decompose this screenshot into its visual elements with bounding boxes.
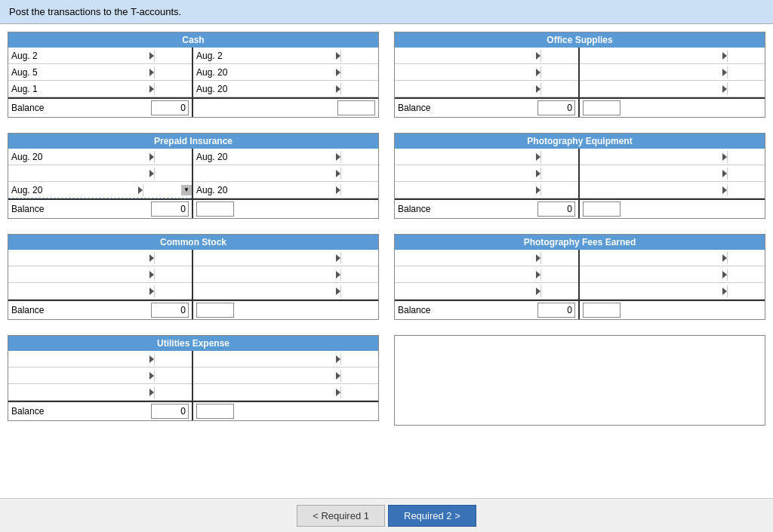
pe-balance-right-input[interactable]: [583, 201, 621, 217]
office-supplies-title: Office Supplies: [395, 32, 765, 48]
os-right-row-2: [580, 64, 765, 81]
os-left-row-1: [395, 48, 578, 64]
required1-label: Required 1: [321, 510, 369, 521]
pi-left-row-1: Aug. 20: [8, 149, 192, 165]
cash-account: Cash Aug. 2 Aug. 5: [8, 32, 379, 125]
cs-balance-right-input[interactable]: [196, 303, 234, 318]
pe-right-input-2[interactable]: [727, 168, 765, 180]
pfe-left-row-1: [395, 250, 578, 266]
pi-right-row-2: [193, 165, 378, 182]
os-balance-input[interactable]: [537, 100, 575, 115]
required1-button[interactable]: < Required 1: [297, 505, 385, 527]
cs-right-row-1: [193, 250, 378, 266]
os-left-input-2[interactable]: [540, 66, 578, 78]
office-supplies-account: Office Supplies: [394, 32, 765, 125]
pe-left-row-2: [395, 165, 578, 182]
pi-left-input-1[interactable]: [154, 151, 192, 163]
pi-left-row-2: [8, 165, 192, 182]
prepaid-insurance-title: Prepaid Insurance: [8, 134, 378, 149]
photography-fees-earned-account: Photography Fees Earned: [394, 234, 765, 328]
os-left-input-1[interactable]: [540, 50, 578, 62]
os-right-input-2[interactable]: [727, 66, 765, 78]
cash-balance-right-input[interactable]: [337, 100, 375, 115]
common-stock-title: Common Stock: [8, 235, 378, 250]
ue-left-input-2[interactable]: [154, 370, 192, 382]
instruction-text: Post the transactions to the T-accounts.: [9, 6, 181, 17]
required2-button[interactable]: Required 2 >: [388, 505, 476, 527]
common-stock-account: Common Stock: [8, 234, 379, 328]
cs-left-input-2[interactable]: [154, 269, 192, 281]
os-left-row-2: [395, 64, 578, 81]
cash-left-label-3: Aug. 1: [8, 82, 148, 96]
os-balance-row: Balance: [395, 97, 765, 117]
pfe-left-input-1[interactable]: [540, 252, 578, 264]
pfe-right-input-2[interactable]: [727, 269, 765, 281]
pi-balance-right-input[interactable]: [196, 201, 234, 217]
pi-left-input-3[interactable]: [143, 184, 180, 196]
pi-left-input-2[interactable]: [154, 168, 192, 180]
ue-right-input-3[interactable]: [340, 386, 378, 398]
ue-balance-label: Balance: [11, 406, 151, 417]
cs-right-input-1[interactable]: [340, 252, 378, 264]
pfe-left-input-2[interactable]: [540, 269, 578, 281]
instruction-bar: Post the transactions to the T-accounts.: [0, 0, 773, 24]
pe-right-row-3: [580, 182, 765, 198]
ue-left-input-1[interactable]: [154, 353, 192, 365]
pi-right-input-3[interactable]: [340, 184, 378, 196]
pi-balance-input[interactable]: [151, 201, 189, 217]
cash-left-input-2[interactable]: [154, 66, 192, 78]
cash-left-label-2: Aug. 5: [8, 66, 148, 79]
cash-title: Cash: [8, 32, 378, 48]
pfe-right-input-1[interactable]: [727, 252, 765, 264]
os-balance-right-input[interactable]: [583, 100, 621, 115]
pfe-balance-right-input[interactable]: [583, 303, 621, 318]
pfe-balance-row: Balance: [395, 300, 765, 319]
ue-right-input-1[interactable]: [340, 353, 378, 365]
cash-right-row-1: Aug. 2: [193, 48, 378, 64]
ue-left-input-3[interactable]: [154, 386, 192, 398]
cash-right-input-2[interactable]: [340, 66, 378, 78]
pe-right-input-1[interactable]: [727, 151, 765, 163]
cash-right-input-1[interactable]: [340, 50, 378, 62]
prepaid-insurance-account: Prepaid Insurance Aug. 20: [8, 133, 379, 226]
os-left-input-3[interactable]: [540, 83, 578, 95]
required2-label: Required 2: [404, 510, 452, 521]
cash-right-row-2: Aug. 20: [193, 64, 378, 81]
pi-right-input-1[interactable]: [340, 151, 378, 163]
cash-left-input-3[interactable]: [154, 83, 192, 95]
os-right-input-1[interactable]: [727, 50, 765, 62]
ue-right-input-2[interactable]: [340, 370, 378, 382]
dropdown-arrow-icon[interactable]: ▼: [181, 185, 192, 195]
cs-left-input-3[interactable]: [154, 285, 192, 297]
cash-right-row-3: Aug. 20: [193, 81, 378, 97]
pi-left-row-3: Aug. 20 ▼: [8, 182, 192, 198]
pe-left-input-2[interactable]: [540, 168, 578, 180]
pe-right-input-3[interactable]: [727, 184, 765, 196]
cs-balance-input[interactable]: [151, 303, 189, 318]
ue-balance-input[interactable]: [151, 404, 189, 419]
cs-left-input-1[interactable]: [154, 252, 192, 264]
pi-right-input-2[interactable]: [340, 168, 378, 180]
pe-balance-input[interactable]: [537, 201, 575, 217]
cash-right-label-1: Aug. 2: [193, 49, 334, 63]
ue-right-row-2: [193, 367, 378, 384]
empty-right-bottom: [394, 335, 765, 429]
pe-left-input-3[interactable]: [540, 184, 578, 196]
cs-right-input-3[interactable]: [340, 285, 378, 297]
photography-equipment-title: Photography Equipment: [395, 134, 765, 149]
pfe-balance-input[interactable]: [537, 303, 575, 318]
cash-balance-input[interactable]: [151, 100, 189, 115]
cash-left-label-1: Aug. 2: [8, 49, 148, 63]
pfe-right-input-3[interactable]: [727, 285, 765, 297]
cash-left-input-1[interactable]: [154, 50, 192, 62]
pfe-left-input-3[interactable]: [540, 285, 578, 297]
cash-left-row-2: Aug. 5: [8, 64, 192, 81]
cash-balance-label: Balance: [11, 103, 151, 113]
cs-right-input-2[interactable]: [340, 269, 378, 281]
cs-left-row-1: [8, 250, 192, 266]
ue-balance-right-input[interactable]: [196, 404, 234, 419]
ue-balance-row: Balance: [8, 401, 378, 420]
cash-right-input-3[interactable]: [340, 83, 378, 95]
os-right-input-3[interactable]: [727, 83, 765, 95]
pe-left-input-1[interactable]: [540, 151, 578, 163]
